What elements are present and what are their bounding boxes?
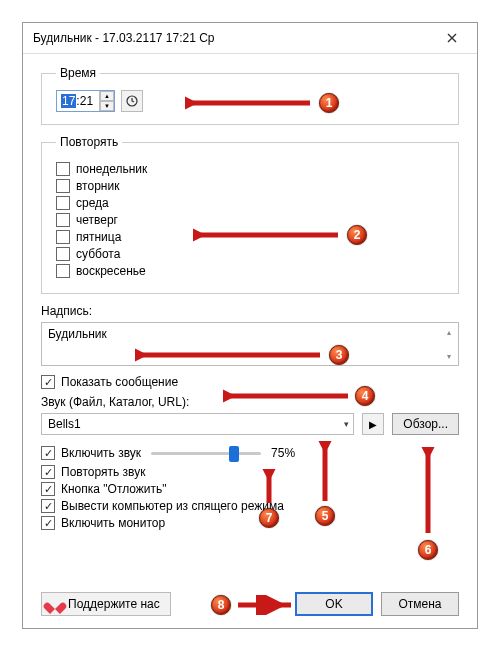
day-label-4: пятница [76,230,121,244]
dialog-body: Время 17:21 ▲ ▼ [23,54,477,545]
message-textarea[interactable]: Будильник ▴ ▾ [41,322,459,366]
day-checkbox-3[interactable] [56,213,70,227]
time-minutes: 21 [80,94,93,108]
titlebar: Будильник - 17.03.2117 17:21 Ср [23,23,477,54]
cancel-button[interactable]: Отмена [381,592,459,616]
volume-slider[interactable] [151,445,261,461]
enable-monitor-label: Включить монитор [61,516,165,530]
day-label-2: среда [76,196,109,210]
time-hours: 17 [61,94,76,108]
repeat-sound-label: Повторять звук [61,465,145,479]
show-message-label: Показать сообщение [61,375,178,389]
snooze-checkbox[interactable]: ✓ [41,482,55,496]
slider-thumb[interactable] [229,446,239,462]
ok-button[interactable]: OK [295,592,373,616]
repeat-sound-checkbox[interactable]: ✓ [41,465,55,479]
day-label-0: понедельник [76,162,147,176]
day-checkbox-6[interactable] [56,264,70,278]
window-title: Будильник - 17.03.2117 17:21 Ср [33,31,215,45]
sound-selected: Bells1 [48,417,81,431]
play-sound-button[interactable]: ▶ [362,413,384,435]
enable-monitor-checkbox[interactable]: ✓ [41,516,55,530]
time-group: Время 17:21 ▲ ▼ [41,66,459,125]
heart-icon [48,598,62,610]
show-message-checkbox[interactable]: ✓ [41,375,55,389]
slider-track [151,452,261,455]
day-checkbox-4[interactable] [56,230,70,244]
day-label-6: воскресенье [76,264,146,278]
chevron-down-icon: ▾ [344,419,349,429]
support-button[interactable]: Поддержите нас [41,592,171,616]
message-value: Будильник [48,327,107,341]
textarea-scroll-down[interactable]: ▾ [442,349,456,363]
day-checkbox-5[interactable] [56,247,70,261]
play-icon: ▶ [369,419,377,430]
day-checkbox-0[interactable] [56,162,70,176]
day-checkbox-1[interactable] [56,179,70,193]
sound-label: Звук (Файл, Каталог, URL): [41,395,459,409]
close-icon [447,33,457,43]
message-label: Надпись: [41,304,459,318]
time-group-legend: Время [56,66,100,80]
day-checkbox-2[interactable] [56,196,70,210]
clock-icon [126,95,138,107]
day-label-1: вторник [76,179,119,193]
time-spin-up[interactable]: ▲ [100,91,114,101]
dialog-footer: Поддержите нас OK Отмена [41,592,459,616]
repeat-group: Повторять понедельниквторниксредачетверг… [41,135,459,294]
time-spin-down[interactable]: ▼ [100,101,114,111]
textarea-scroll-up[interactable]: ▴ [442,325,456,339]
time-spinner[interactable]: 17:21 ▲ ▼ [56,90,115,112]
enable-sound-checkbox[interactable]: ✓ [41,446,55,460]
day-label-3: четверг [76,213,118,227]
wake-pc-checkbox[interactable]: ✓ [41,499,55,513]
support-label: Поддержите нас [68,597,160,611]
day-label-5: суббота [76,247,120,261]
enable-sound-label: Включить звук [61,446,141,460]
time-spin-buttons: ▲ ▼ [99,91,114,111]
alarm-dialog: Будильник - 17.03.2117 17:21 Ср Время 17… [22,22,478,629]
now-button[interactable] [121,90,143,112]
volume-percent: 75% [271,446,295,460]
browse-button[interactable]: Обзор... [392,413,459,435]
snooze-label: Кнопка "Отложить" [61,482,167,496]
sound-combobox[interactable]: Bells1 ▾ [41,413,354,435]
wake-pc-label: Вывести компьютер из спящего режима [61,499,284,513]
repeat-group-legend: Повторять [56,135,122,149]
close-button[interactable] [437,29,467,47]
